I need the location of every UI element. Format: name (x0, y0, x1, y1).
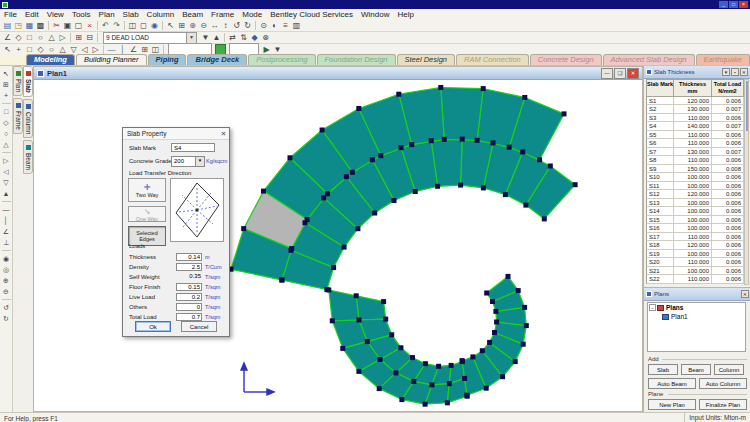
zoom-minus-icon[interactable]: ⊖ (1, 286, 12, 297)
others-field[interactable] (176, 303, 202, 311)
east-view-icon[interactable]: ▷ (1, 155, 12, 166)
column-node[interactable] (491, 140, 496, 145)
column-node[interactable] (484, 386, 489, 391)
grid-toggle-icon[interactable]: ⊞ (176, 20, 187, 31)
circle-icon[interactable]: ○ (1, 128, 12, 139)
column-node[interactable] (522, 95, 527, 100)
column-node[interactable] (342, 245, 347, 250)
table-row[interactable]: S5110.0000.006 (646, 131, 744, 140)
close-icon[interactable]: ✕ (627, 68, 639, 79)
next-load-icon[interactable]: ▼ (200, 32, 211, 43)
column-node[interactable] (542, 216, 547, 221)
column-node[interactable] (350, 170, 355, 175)
table-row[interactable]: S14100.0000.006 (646, 207, 744, 216)
rotate-cw-icon[interactable]: ↻ (242, 20, 253, 31)
column-node[interactable] (480, 348, 485, 353)
column-node[interactable] (241, 226, 246, 231)
column-node[interactable] (506, 274, 511, 279)
scrollbar-thumb[interactable] (746, 81, 748, 131)
menu-plan[interactable]: Plan (95, 9, 119, 20)
column-node[interactable] (383, 317, 388, 322)
column-node[interactable] (524, 323, 529, 328)
column-node[interactable] (470, 354, 475, 359)
tab-concrete-design[interactable]: Concrete Design (530, 54, 602, 65)
cut-icon[interactable]: ✂ (51, 20, 62, 31)
select-cursor-icon[interactable]: ↖ (165, 20, 176, 31)
table-row[interactable]: S11100.0000.006 (646, 182, 744, 191)
table-scrollbar[interactable] (744, 79, 749, 285)
column-node[interactable] (370, 157, 375, 162)
tab-ram-connection[interactable]: RAM Connection (456, 54, 529, 65)
table-view-icon[interactable]: ▥ (291, 20, 302, 31)
menu-column[interactable]: Column (143, 9, 179, 20)
tab-foundation-design[interactable]: Foundation Design (317, 54, 396, 65)
column-node[interactable] (377, 386, 382, 391)
column-node[interactable] (344, 174, 349, 179)
column-node[interactable] (447, 381, 452, 386)
redo-icon[interactable]: ↷ (111, 20, 122, 31)
side-tab-plan[interactable]: Plan (13, 66, 23, 96)
list-view-icon[interactable]: ≡ (280, 20, 291, 31)
column-node[interactable] (465, 393, 470, 398)
column-node[interactable] (398, 345, 403, 350)
quad-icon[interactable]: ◇ (1, 117, 12, 128)
beam-tool-icon[interactable]: — (1, 204, 12, 215)
side-tab-slab[interactable]: Slab (23, 66, 33, 97)
table-row[interactable]: S18120.0000.006 (646, 241, 744, 250)
column-node[interactable] (389, 332, 394, 337)
close-icon[interactable]: ✕ (740, 68, 748, 76)
column-node[interactable] (548, 164, 553, 169)
menu-view[interactable]: View (43, 9, 68, 20)
menu-frame[interactable]: Frame (207, 9, 238, 20)
rotate-ccw-icon[interactable]: ↺ (231, 20, 242, 31)
side-tab-beam[interactable]: Beam (23, 140, 33, 174)
close-view-icon[interactable]: ⊗ (260, 32, 271, 43)
column-node[interactable] (423, 402, 428, 407)
column-node[interactable] (436, 364, 441, 369)
tab-earthquake[interactable]: Earthquake (696, 54, 750, 65)
column-node[interactable] (378, 153, 383, 158)
column-node[interactable] (494, 320, 499, 325)
close-icon[interactable]: ✕ (741, 290, 749, 298)
column-node[interactable] (396, 92, 401, 97)
column-node[interactable] (562, 111, 567, 116)
floor-finish-field[interactable] (176, 283, 202, 291)
column-button[interactable]: Column (714, 364, 744, 375)
plate-icon[interactable]: □ (1, 106, 12, 117)
live-load-field[interactable] (176, 293, 202, 301)
menu-beam[interactable]: Beam (178, 9, 207, 20)
load-case-select[interactable]: 9 DEAD LOAD▼ (103, 32, 197, 44)
table-row[interactable]: S3110.0000.006 (646, 114, 744, 123)
table-row[interactable]: S20110.0000.006 (646, 258, 744, 267)
column-node[interactable] (355, 226, 360, 231)
column-node[interactable] (354, 293, 359, 298)
column-node[interactable] (288, 155, 293, 160)
angle-icon[interactable]: ∠ (1, 226, 12, 237)
column-node[interactable] (261, 189, 266, 194)
column-node[interactable] (520, 150, 525, 155)
column-node[interactable] (340, 346, 345, 351)
column-tool-icon[interactable]: │ (1, 215, 12, 226)
menu-edit[interactable]: Edit (21, 9, 43, 20)
table-row[interactable]: S15100.0000.006 (646, 216, 744, 225)
cursor-icon[interactable]: ↖ (1, 68, 12, 79)
paste-icon[interactable]: ▢ (73, 20, 84, 31)
triangle-tool-icon[interactable]: △ (46, 32, 57, 43)
slab-button[interactable]: Slab (648, 364, 678, 375)
save-icon[interactable]: ▦ (24, 20, 35, 31)
column-node[interactable] (320, 128, 325, 133)
column-node[interactable] (279, 278, 284, 283)
dialog-title-bar[interactable]: Slab Property ✕ (123, 128, 229, 140)
column-node[interactable] (573, 182, 578, 187)
column-node[interactable] (399, 145, 404, 150)
undo-icon[interactable]: ↶ (100, 20, 111, 31)
column-header-thickness[interactable]: Thicknessmm (674, 79, 712, 97)
orbit-right-icon[interactable]: ↻ (1, 313, 12, 324)
column-node[interactable] (392, 198, 397, 203)
circle-tool-icon[interactable]: ○ (35, 32, 46, 43)
menu-bentley-cloud-services[interactable]: Bentley Cloud Services (266, 9, 357, 20)
table-row[interactable]: S12120.0000.006 (646, 190, 744, 199)
tab-postprocessing[interactable]: Postprocessing (248, 54, 315, 65)
render-icon[interactable]: ⊙ (258, 20, 269, 31)
column-node[interactable] (484, 291, 489, 296)
